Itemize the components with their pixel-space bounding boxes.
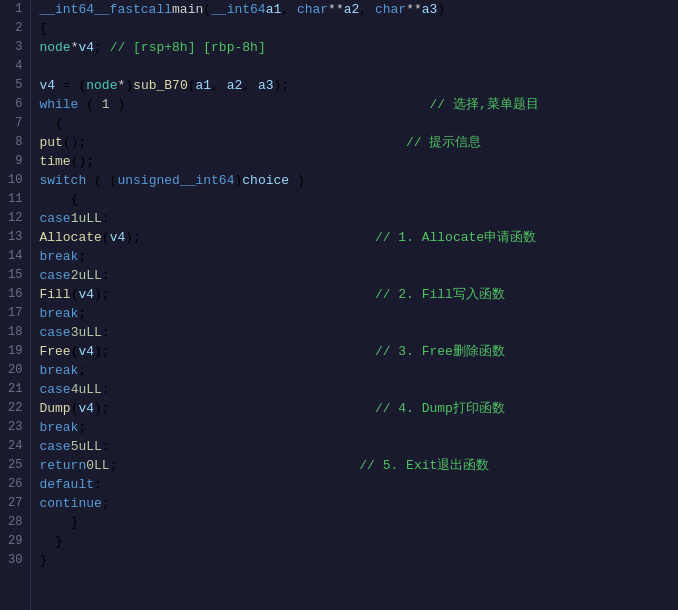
code-line: Dump(v4); // 4. Dump打印函数 (39, 399, 678, 418)
line-number: 14 (8, 247, 22, 266)
code-line: default: (39, 475, 678, 494)
line-number: 2 (8, 19, 22, 38)
line-number: 29 (8, 532, 22, 551)
line-number: 12 (8, 209, 22, 228)
line-number: 9 (8, 152, 22, 171)
code-line: return 0LL; // 5. Exit退出函数 (39, 456, 678, 475)
line-number: 20 (8, 361, 22, 380)
code-line (39, 57, 678, 76)
code-line: break; (39, 247, 678, 266)
code-line: { (39, 114, 678, 133)
line-number: 23 (8, 418, 22, 437)
code-content[interactable]: __int64 __fastcall main(__int64 a1, char… (31, 0, 678, 610)
line-number: 25 (8, 456, 22, 475)
code-line: } (39, 513, 678, 532)
code-line: Fill(v4); // 2. Fill写入函数 (39, 285, 678, 304)
code-line: { (39, 190, 678, 209)
line-number: 21 (8, 380, 22, 399)
line-number: 10 (8, 171, 22, 190)
code-container: 1234567891011121314151617181920212223242… (0, 0, 678, 610)
code-line: while ( 1 ) // 选择,菜单题目 (39, 95, 678, 114)
code-line: switch ( (unsigned __int64)choice ) (39, 171, 678, 190)
code-line: continue; (39, 494, 678, 513)
code-line: __int64 __fastcall main(__int64 a1, char… (39, 0, 678, 19)
line-number: 8 (8, 133, 22, 152)
code-line: break; (39, 304, 678, 323)
line-number: 30 (8, 551, 22, 570)
code-line: case 4uLL: (39, 380, 678, 399)
code-line: } (39, 532, 678, 551)
line-number: 11 (8, 190, 22, 209)
line-number: 28 (8, 513, 22, 532)
line-number: 15 (8, 266, 22, 285)
code-line: put(); // 提示信息 (39, 133, 678, 152)
line-numbers: 1234567891011121314151617181920212223242… (0, 0, 31, 610)
line-number: 18 (8, 323, 22, 342)
line-number: 3 (8, 38, 22, 57)
code-line: case 5uLL: (39, 437, 678, 456)
line-number: 5 (8, 76, 22, 95)
code-line: node *v4; // [rsp+8h] [rbp-8h] (39, 38, 678, 57)
code-line: { (39, 19, 678, 38)
code-line: break; (39, 361, 678, 380)
line-number: 4 (8, 57, 22, 76)
code-line: case 1uLL: (39, 209, 678, 228)
line-number: 13 (8, 228, 22, 247)
code-line: time(); (39, 152, 678, 171)
line-number: 1 (8, 0, 22, 19)
line-number: 22 (8, 399, 22, 418)
code-line: } (39, 551, 678, 570)
code-line: Allocate(v4); // 1. Allocate申请函数 (39, 228, 678, 247)
code-line: case 3uLL: (39, 323, 678, 342)
line-number: 19 (8, 342, 22, 361)
line-number: 7 (8, 114, 22, 133)
line-number: 27 (8, 494, 22, 513)
line-number: 16 (8, 285, 22, 304)
line-number: 26 (8, 475, 22, 494)
line-number: 6 (8, 95, 22, 114)
code-line: break; (39, 418, 678, 437)
line-number: 24 (8, 437, 22, 456)
code-line: case 2uLL: (39, 266, 678, 285)
code-line: Free(v4); // 3. Free删除函数 (39, 342, 678, 361)
code-line: v4 = (node *)sub_B70(a1, a2, a3); (39, 76, 678, 95)
line-number: 17 (8, 304, 22, 323)
